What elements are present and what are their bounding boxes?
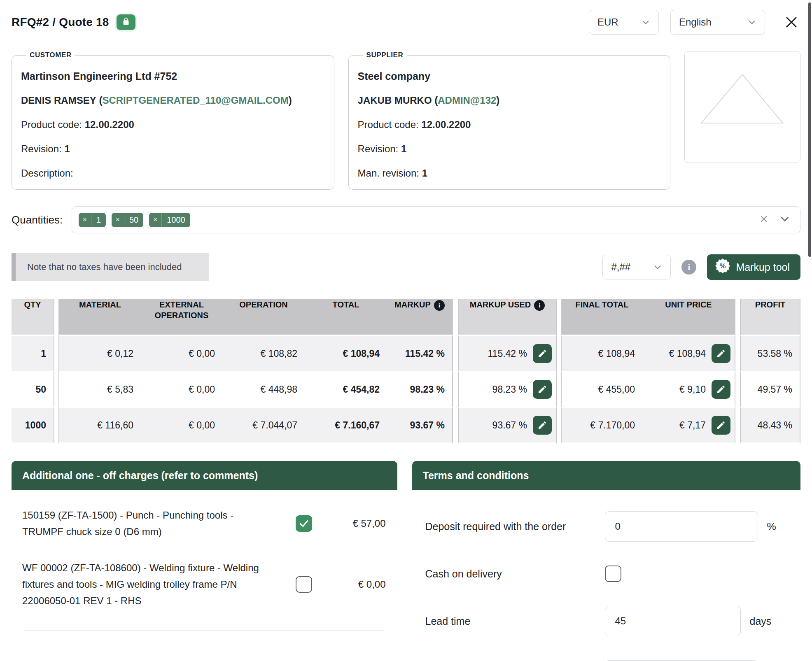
- cell-profit: 49.57 %: [740, 372, 800, 408]
- supplier-box: SUPPLIER Steel company JAKUB MURKO (ADMI…: [348, 51, 671, 190]
- charge-item: WF 00002 (ZF-TA-108600) - Welding fixtur…: [22, 560, 386, 609]
- deposit-suffix: %: [767, 521, 776, 533]
- quantity-chip[interactable]: ×50: [112, 213, 143, 227]
- customer-description-line: Description:: [21, 167, 325, 179]
- quantities-multiselect[interactable]: ×1 ×50 ×1000: [72, 206, 800, 233]
- cash-on-delivery-checkbox[interactable]: [605, 566, 621, 582]
- revision-value: 1: [64, 143, 70, 154]
- quantity-chip[interactable]: ×1000: [149, 213, 190, 227]
- quantities-select-controls: [759, 214, 790, 226]
- cell-total: € 454,82: [305, 372, 387, 408]
- info-icon[interactable]: i: [681, 260, 696, 275]
- cell-unit-price: € 108,94: [642, 336, 735, 372]
- svg-text:%: %: [720, 262, 726, 270]
- lead-time-input[interactable]: [605, 606, 741, 636]
- markup-header-label: MARKUP: [394, 300, 431, 309]
- cell-external-operations: € 0,00: [141, 408, 222, 444]
- currency-select[interactable]: EUR: [589, 10, 659, 35]
- cell-qty: 1000: [12, 408, 54, 444]
- cell-material: € 0,12: [58, 336, 141, 372]
- cell-operation: € 108,82: [222, 336, 305, 372]
- paren-close: ): [496, 95, 499, 106]
- description-label: Description:: [21, 168, 73, 179]
- quantity-chip[interactable]: ×1: [79, 213, 106, 227]
- cell-unit-price: € 7,17: [642, 408, 735, 444]
- chevron-down-icon[interactable]: [779, 214, 790, 226]
- chip-remove-icon[interactable]: ×: [79, 213, 91, 227]
- cell-final-total: € 108,94: [561, 336, 642, 372]
- charge-checkbox[interactable]: [296, 515, 312, 532]
- language-select[interactable]: English: [670, 10, 765, 35]
- supplier-product-code-line: Product code: 12.00.2200: [358, 119, 661, 131]
- note-toolbar-row: Note that no taxes have been included #,…: [0, 253, 812, 281]
- lead-time-row: Lead time days: [425, 606, 787, 636]
- chevron-down-icon: [747, 18, 756, 27]
- cell-qty: 1: [12, 336, 54, 372]
- markup-tool-button[interactable]: % Markup tool: [707, 254, 800, 280]
- close-icon[interactable]: [782, 13, 800, 31]
- cell-final-total: € 7.170,00: [561, 408, 642, 444]
- lock-badge[interactable]: [117, 14, 135, 30]
- cell-operation: € 448,98: [222, 372, 305, 408]
- charge-description: 150159 (ZF-TA-1500) - Punch - Punching t…: [22, 507, 273, 540]
- revision-label: Revision:: [358, 143, 399, 154]
- customer-box: CUSTOMER Martinson Engineering Ltd #752 …: [12, 51, 334, 190]
- clear-icon[interactable]: [759, 214, 769, 226]
- chip-value: 1: [91, 213, 106, 227]
- edit-unit-price-button[interactable]: [712, 416, 730, 435]
- man-revision-value: 1: [422, 168, 427, 179]
- cell-profit: 53.58 %: [740, 336, 800, 372]
- info-icon[interactable]: i: [434, 300, 445, 311]
- lock-icon: [121, 17, 131, 28]
- rfq-quote-dialog: RFQ#2 / Quote 18 EUR English: [0, 0, 812, 661]
- cash-on-delivery-row: Cash on delivery: [425, 566, 787, 582]
- chip-remove-icon[interactable]: ×: [149, 213, 162, 227]
- cell-markup: 93.67 %: [387, 408, 453, 444]
- markup-tool-label: Markup tool: [736, 261, 790, 273]
- cell-markup-used: 115.42 %: [458, 336, 557, 372]
- markup-used-value: 115.42 %: [488, 348, 527, 359]
- edit-unit-price-button[interactable]: [712, 380, 730, 399]
- cell-markup-used: 93.67 %: [458, 408, 557, 444]
- scrollbar-thumb[interactable]: [808, 2, 811, 257]
- lead-time-label: Lead time: [425, 615, 605, 627]
- page-title: RFQ#2 / Quote 18: [12, 16, 109, 29]
- lead-time-suffix: days: [750, 615, 772, 627]
- edit-markup-button[interactable]: [533, 416, 552, 435]
- decimal-format-select[interactable]: #,##: [602, 255, 671, 279]
- charge-description: WF 00002 (ZF-TA-108600) - Welding fixtur…: [22, 560, 273, 609]
- unit-price-value: € 108,94: [669, 348, 706, 359]
- markup-used-value: 98.23 %: [492, 384, 527, 395]
- chip-remove-icon[interactable]: ×: [112, 213, 124, 227]
- supplier-contact-email[interactable]: ADMIN@132: [438, 95, 496, 106]
- markup-controls: #,## i % Markup tool: [602, 254, 800, 280]
- product-code-value: 12.00.2200: [85, 119, 134, 130]
- charge-checkbox[interactable]: [296, 576, 312, 593]
- info-icon[interactable]: i: [534, 300, 545, 311]
- edit-markup-button[interactable]: [533, 344, 552, 363]
- markup-used-value: 93.67 %: [492, 420, 527, 431]
- edit-markup-button[interactable]: [533, 380, 552, 399]
- customer-contact-email[interactable]: SCRIPTGENERATED_110@GMAIL.COM: [102, 95, 288, 106]
- deposit-input[interactable]: [605, 511, 758, 542]
- additional-charges-panel: Additional one - off charges (refer to c…: [12, 461, 397, 631]
- col-header-final-total: FINAL TOTAL: [561, 299, 642, 336]
- party-info-row: CUSTOMER Martinson Engineering Ltd #752 …: [0, 51, 812, 190]
- dialog-header: RFQ#2 / Quote 18 EUR English: [0, 0, 812, 35]
- markup-used-header-label: MARKUP USED: [470, 300, 531, 309]
- divider: [23, 631, 385, 631]
- cell-total: € 7.160,67: [305, 408, 387, 444]
- edit-unit-price-button[interactable]: [712, 344, 730, 363]
- revision-value: 1: [401, 143, 406, 154]
- chevron-down-icon: [653, 263, 662, 272]
- chip-value: 50: [124, 213, 143, 227]
- man-revision-label: Man. revision:: [358, 168, 419, 179]
- customer-contact: DENIS RAMSEY (SCRIPTGENERATED_110@GMAIL.…: [21, 94, 325, 107]
- charge-amount: € 57,00: [352, 518, 385, 529]
- cell-qty: 50: [12, 372, 54, 408]
- product-drawing-thumbnail[interactable]: [684, 51, 800, 163]
- unit-price-value: € 9,10: [679, 384, 706, 395]
- customer-product-code-line: Product code: 12.00.2200: [21, 119, 325, 131]
- quantities-row: Quantities: ×1 ×50 ×1000: [0, 206, 812, 233]
- cell-operation: € 7.044,07: [222, 408, 305, 444]
